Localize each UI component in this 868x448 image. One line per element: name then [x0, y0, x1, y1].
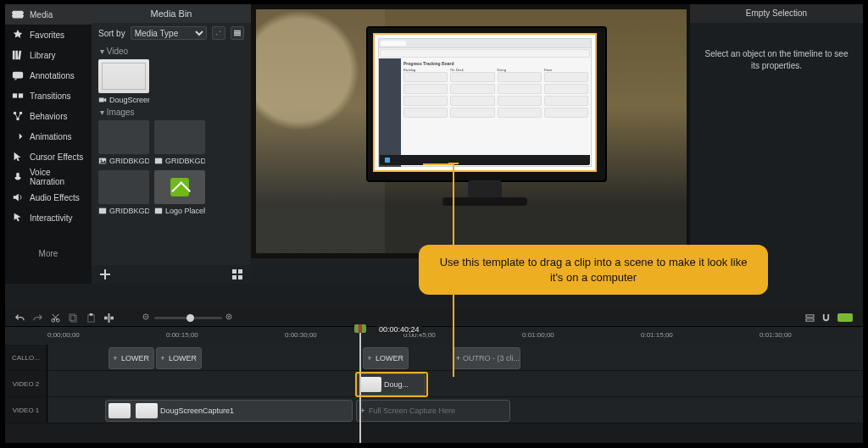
- transitions-icon: [12, 90, 24, 102]
- add-media-button[interactable]: [100, 269, 110, 279]
- bin-menu-button[interactable]: [231, 26, 244, 40]
- tool-sidebar: Media Favorites Library Annotations Tran…: [5, 4, 92, 284]
- clip-lower[interactable]: +LOWER: [363, 347, 409, 369]
- media-thumbnail: [98, 120, 149, 154]
- split-button[interactable]: [104, 313, 114, 323]
- annotations-icon: [12, 69, 24, 81]
- svg-rect-22: [99, 208, 106, 214]
- sidebar-item-library[interactable]: Library: [5, 45, 92, 65]
- cut-button[interactable]: [51, 313, 60, 323]
- menu-icon: [234, 30, 241, 36]
- clip-lower[interactable]: +LOWER: [108, 347, 154, 369]
- image-icon: [154, 207, 163, 215]
- clip-selection-outline: [355, 372, 428, 397]
- svg-rect-28: [232, 275, 236, 279]
- sort-select[interactable]: Media Type: [131, 26, 207, 40]
- sidebar-item-voice-narration[interactable]: Voice Narration: [5, 167, 92, 187]
- sidebar-label: Voice Narration: [30, 168, 85, 186]
- svg-rect-15: [234, 30, 241, 32]
- svg-rect-23: [155, 208, 162, 214]
- svg-point-20: [101, 159, 103, 161]
- properties-panel: Empty Selection Select an object on the …: [690, 4, 863, 284]
- svg-rect-26: [232, 269, 236, 274]
- track-callouts: CALLO... +LOWER +LOWER +LOWER +OUTRO - (…: [5, 345, 863, 371]
- svg-rect-36: [70, 313, 75, 319]
- preview-monitor: Progress Tracking Board Backlog On Deck …: [366, 26, 604, 213]
- clip-outro[interactable]: +OUTRO - (3 cli...: [453, 347, 520, 369]
- track-indicator: [837, 313, 853, 322]
- svg-rect-5: [13, 51, 15, 60]
- video-icon: [98, 96, 107, 104]
- svg-rect-46: [229, 316, 230, 318]
- clip-video1[interactable]: DougScreenCapture1: [105, 400, 353, 422]
- preview-canvas[interactable]: Progress Tracking Board Backlog On Deck …: [251, 4, 692, 258]
- sidebar-label: Annotations: [30, 71, 75, 80]
- media-item[interactable]: DougScreenCap...: [98, 59, 149, 104]
- svg-rect-47: [806, 314, 814, 317]
- zoom-slider[interactable]: [154, 317, 222, 319]
- sidebar-item-transitions[interactable]: Transitions: [5, 86, 92, 106]
- magnet-button[interactable]: [821, 313, 831, 323]
- playhead-timecode: 00:00:40;24: [376, 325, 422, 334]
- undo-button[interactable]: [15, 313, 25, 323]
- svg-rect-8: [13, 72, 23, 79]
- sidebar-item-animations[interactable]: Animations: [5, 126, 92, 147]
- media-icon: [12, 8, 24, 20]
- sidebar-item-cursor-effects[interactable]: Cursor Effects: [5, 147, 92, 167]
- image-icon: [154, 157, 163, 165]
- tutorial-callout: Use this template to drag a clip into a …: [419, 245, 768, 295]
- svg-rect-0: [13, 11, 23, 19]
- timeline-ruler[interactable]: 00:00:40;24 0;00;00;00 0:00:15;00 0:00:3…: [5, 326, 863, 346]
- media-thumbnail: [154, 120, 205, 154]
- sort-icon: [215, 30, 222, 36]
- sidebar-item-interactivity[interactable]: Interactivity: [5, 207, 92, 228]
- add-track-button[interactable]: [805, 313, 815, 323]
- media-thumbnail: [98, 170, 149, 204]
- sidebar-item-audio-effects[interactable]: Audio Effects: [5, 187, 92, 207]
- svg-rect-43: [145, 317, 147, 318]
- media-item[interactable]: GRIDBKGD: [98, 120, 149, 165]
- svg-rect-25: [100, 274, 110, 275]
- paste-button[interactable]: [86, 313, 96, 323]
- sidebar-item-annotations[interactable]: Annotations: [5, 65, 92, 86]
- zoom-in-icon: [225, 313, 234, 322]
- zoom-control[interactable]: [142, 313, 234, 322]
- media-item[interactable]: GRIDBKGD-WHI...: [98, 170, 149, 215]
- media-bin: Media Bin Sort by Media Type ▾ Video Dou…: [92, 4, 251, 284]
- sidebar-label: Media: [30, 10, 53, 19]
- star-icon: [12, 29, 24, 41]
- cursor-icon: [12, 151, 24, 163]
- sidebar-label: Library: [30, 51, 56, 60]
- clip-placeholder[interactable]: +Full Screen Capture Here: [356, 400, 510, 422]
- sidebar-label: Interactivity: [30, 213, 73, 223]
- bin-section-video: ▾ Video: [92, 43, 251, 59]
- grid-view-button[interactable]: [232, 269, 242, 279]
- svg-rect-27: [238, 269, 242, 274]
- sidebar-item-more[interactable]: More: [5, 243, 92, 263]
- speaker-icon: [12, 191, 24, 203]
- media-item[interactable]: Logo Placeholder: [154, 170, 205, 215]
- svg-rect-7: [18, 51, 21, 60]
- sort-order-button[interactable]: [212, 26, 225, 40]
- properties-panel-title: Empty Selection: [690, 4, 863, 23]
- sidebar-item-favorites[interactable]: Favorites: [5, 25, 92, 45]
- copy-button[interactable]: [69, 313, 78, 323]
- media-item[interactable]: GRIDBKGD-WHI...: [154, 120, 205, 165]
- clip-lower[interactable]: +LOWER: [156, 347, 202, 369]
- sidebar-label: More: [39, 249, 58, 258]
- sidebar-label: Animations: [30, 132, 71, 141]
- svg-rect-38: [90, 313, 93, 316]
- sidebar-label: Cursor Effects: [30, 152, 83, 162]
- interactivity-icon: [12, 212, 24, 224]
- sidebar-item-media[interactable]: Media: [5, 4, 92, 25]
- sidebar-label: Audio Effects: [30, 193, 80, 202]
- sort-label: Sort by: [98, 29, 125, 38]
- svg-rect-18: [99, 98, 104, 102]
- svg-rect-17: [234, 35, 241, 36]
- svg-rect-41: [110, 316, 114, 319]
- sidebar-item-behaviors[interactable]: Behaviors: [5, 106, 92, 126]
- media-thumbnail: [154, 170, 205, 204]
- svg-rect-4: [22, 15, 24, 17]
- library-icon: [12, 49, 24, 61]
- redo-button[interactable]: [33, 313, 42, 323]
